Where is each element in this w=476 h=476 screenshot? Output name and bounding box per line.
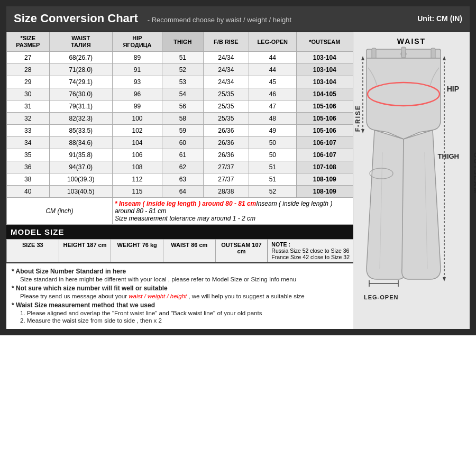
cell-waist: 68(26.7) <box>49 52 112 64</box>
table-row: 29 74(29.1) 93 53 24/34 45 103-104 <box>7 76 353 88</box>
model-size-bar: MODEL SIZE <box>6 225 353 239</box>
chart-subtitle: - Recommend choose by waist / weight / h… <box>148 16 291 24</box>
cell-hip: 89 <box>112 52 162 64</box>
table-row: 31 79(31.1) 99 56 25/35 47 105-106 <box>7 100 353 113</box>
cell-fbrise: 26/36 <box>203 125 249 137</box>
cell-thigh: 54 <box>162 88 204 100</box>
cell-fbrise: 28/38 <box>203 186 249 198</box>
cell-outseam: 105-106 <box>296 100 353 113</box>
cell-size: 31 <box>7 100 50 113</box>
cell-size: 28 <box>7 64 50 76</box>
cell-hip: 91 <box>112 64 162 76</box>
cell-hip: 99 <box>112 100 162 113</box>
model-detail-cell: OUTSEAM 107 cm <box>216 240 268 262</box>
cell-fbrise: 26/36 <box>203 137 249 149</box>
cell-legopen: 50 <box>249 149 296 161</box>
note-1-body: Size standard in here might be different… <box>12 276 348 282</box>
frise-diagram-label: F-RISE <box>354 105 362 132</box>
cell-legopen: 44 <box>249 64 296 76</box>
model-details: SIZE 33HEIGHT 187 cmWEIGHT 76 kgWAIST 86… <box>6 239 353 262</box>
model-detail-cell: HEIGHT 187 cm <box>59 240 112 262</box>
pants-svg <box>359 47 448 290</box>
note-3-item-1: 1. Please aligned and overlap the "Front… <box>12 310 348 316</box>
cell-outseam: 103-104 <box>296 52 353 64</box>
cell-waist: 85(33.5) <box>49 125 112 137</box>
model-detail-cell: WAIST 86 cm <box>163 240 216 262</box>
cell-hip: 106 <box>112 149 162 161</box>
outseam-diagram-label: OUTSEAM <box>472 152 476 194</box>
cell-legopen: 45 <box>249 76 296 88</box>
cell-outseam: 108-109 <box>296 186 353 198</box>
cell-legopen: 50 <box>249 137 296 149</box>
note-2: * Not sure which size number will fit we… <box>12 285 348 299</box>
cell-outseam: 103-104 <box>296 64 353 76</box>
cell-outseam: 105-106 <box>296 113 353 125</box>
col-thigh: THIGH <box>162 32 204 52</box>
inseam-note2: Size measurement tolerance may around 1 … <box>115 215 255 222</box>
col-legopen: LEG-OPEN <box>249 32 296 52</box>
diagram-section: WAIST F-RISE <box>353 32 470 329</box>
cell-size: 38 <box>7 173 50 186</box>
cell-thigh: 64 <box>162 186 204 198</box>
cell-outseam: 104-105 <box>296 88 353 100</box>
cell-waist: 71(28.0) <box>49 64 112 76</box>
cell-legopen: 47 <box>249 100 296 113</box>
cell-thigh: 60 <box>162 137 204 149</box>
cell-size: 30 <box>7 88 50 100</box>
cell-waist: 103(40.5) <box>49 186 112 198</box>
cell-waist: 88(34.6) <box>49 137 112 149</box>
model-detail-cell: SIZE 33 <box>7 240 59 262</box>
hip-diagram-label: HIP <box>447 85 459 93</box>
svg-marker-13 <box>361 56 364 60</box>
cell-legopen: 51 <box>249 173 296 186</box>
cell-thigh: 56 <box>162 100 204 113</box>
table-row: 40 103(40.5) 115 64 28/38 52 108-109 <box>7 186 353 198</box>
table-row: 34 88(34.6) 104 60 26/36 50 106-107 <box>7 137 353 149</box>
size-table: *SIZEРАЗМЕР WAISTТАЛИЯ HIPЯГОДИЦА THIGH … <box>6 32 353 225</box>
cell-fbrise: 27/37 <box>203 173 249 186</box>
table-row: 32 82(32.3) 100 58 25/35 48 105-106 <box>7 113 353 125</box>
cell-fbrise: 25/35 <box>203 113 249 125</box>
cell-size: 33 <box>7 125 50 137</box>
cell-thigh: 53 <box>162 76 204 88</box>
table-row: 38 100(39.3) 112 63 27/37 51 108-109 <box>7 173 353 186</box>
cell-outseam: 108-109 <box>296 173 353 186</box>
cell-size: 32 <box>7 113 50 125</box>
cell-fbrise: 24/34 <box>203 76 249 88</box>
cell-outseam: 107-108 <box>296 161 353 173</box>
pants-diagram-container: F-RISE <box>359 47 464 300</box>
note-3: * Waist Size measurement method that we … <box>12 301 348 324</box>
cell-size: 27 <box>7 52 50 64</box>
cell-thigh: 51 <box>162 52 204 64</box>
cell-legopen: 51 <box>249 161 296 173</box>
cell-fbrise: 25/35 <box>203 88 249 100</box>
cell-hip: 100 <box>112 113 162 125</box>
cell-hip: 104 <box>112 137 162 149</box>
cell-fbrise: 26/36 <box>203 149 249 161</box>
cell-size: 40 <box>7 186 50 198</box>
col-size: *SIZEРАЗМЕР <box>7 32 50 52</box>
cell-fbrise: 27/37 <box>203 161 249 173</box>
cell-hip: 96 <box>112 88 162 100</box>
cell-legopen: 49 <box>249 125 296 137</box>
cell-size: 29 <box>7 76 50 88</box>
table-row: 36 94(37.0) 108 62 27/37 51 107-108 <box>7 161 353 173</box>
cell-legopen: 48 <box>249 113 296 125</box>
note-1-title: * About Size Number Standard in here <box>12 268 348 275</box>
thigh-diagram-label: THIGH <box>438 152 459 160</box>
notes-section: * About Size Number Standard in here Siz… <box>6 262 353 329</box>
inseam-notes: * Inseam ( inside leg length ) around 80… <box>112 198 353 225</box>
unit-label: Unit: CM (IN) <box>417 14 462 23</box>
cell-waist: 94(37.0) <box>49 161 112 173</box>
cell-hip: 108 <box>112 161 162 173</box>
cell-waist: 100(39.3) <box>49 173 112 186</box>
note-3-item-2: 2. Measure the waist size from side to s… <box>12 317 348 324</box>
inseam-note1: * Inseam ( inside leg length ) around 80… <box>115 200 256 207</box>
cell-thigh: 52 <box>162 64 204 76</box>
table-row: 30 76(30.0) 96 54 25/35 46 104-105 <box>7 88 353 100</box>
note-2-body: Please try send us message about your wa… <box>12 293 348 299</box>
note-2-title: * Not sure which size number will fit we… <box>12 285 348 292</box>
cell-size: 35 <box>7 149 50 161</box>
cell-size: 36 <box>7 161 50 173</box>
table-section: *SIZEРАЗМЕР WAISTТАЛИЯ HIPЯГОДИЦА THIGH … <box>6 32 353 329</box>
